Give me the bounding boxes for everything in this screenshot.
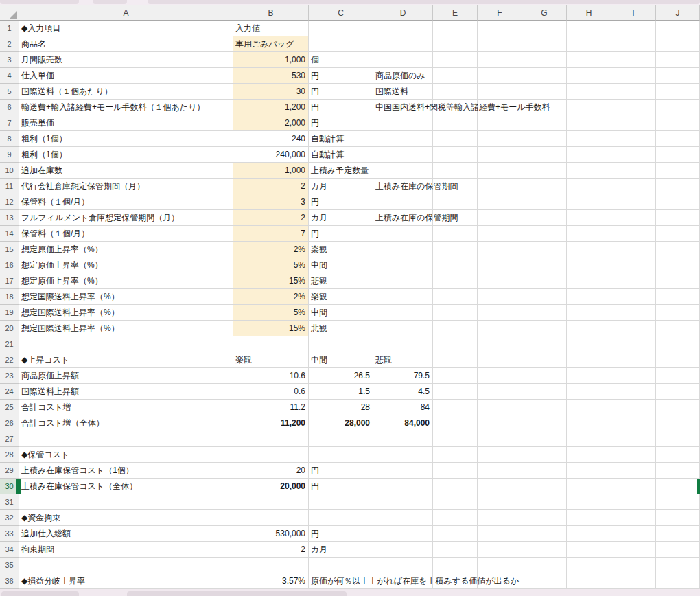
cell-D9[interactable]: [373, 147, 433, 163]
cell-F17[interactable]: [478, 273, 522, 289]
cell-G9[interactable]: [522, 147, 567, 163]
cell-A22[interactable]: ◆上昇コスト: [19, 352, 233, 368]
cell-I33[interactable]: [611, 526, 656, 542]
cell-H10[interactable]: [567, 163, 611, 179]
row-header-17[interactable]: 17: [0, 273, 19, 289]
cell-G28[interactable]: [522, 447, 567, 463]
cell-G10[interactable]: [522, 163, 567, 179]
cell-F30[interactable]: [478, 479, 522, 494]
row-header-32[interactable]: 32: [0, 510, 19, 526]
row-header-21[interactable]: 21: [0, 336, 19, 352]
cell-E17[interactable]: [433, 273, 478, 289]
cell-C16[interactable]: 中間: [309, 257, 373, 273]
cell-B24[interactable]: 0.6: [233, 384, 309, 400]
row-header-34[interactable]: 34: [0, 542, 19, 558]
cell-F33[interactable]: [478, 526, 522, 542]
cell-F4[interactable]: [478, 68, 522, 84]
row-header-36[interactable]: 36: [0, 573, 19, 589]
cell-C7[interactable]: 円: [309, 115, 373, 131]
cell-B5[interactable]: 30: [233, 84, 309, 100]
col-header-H[interactable]: H: [567, 5, 611, 21]
cell-I14[interactable]: [611, 226, 656, 242]
cell-E2[interactable]: [433, 36, 478, 52]
row-header-4[interactable]: 4: [0, 68, 19, 84]
cell-B10[interactable]: 1,000: [233, 163, 309, 179]
cell-J31[interactable]: [656, 494, 700, 510]
cell-C25[interactable]: 28: [309, 400, 373, 415]
row-header-7[interactable]: 7: [0, 115, 19, 131]
cell-I34[interactable]: [611, 542, 656, 558]
cell-D35[interactable]: [373, 558, 433, 573]
cell-D5[interactable]: 国際送料: [373, 84, 433, 100]
cell-H24[interactable]: [567, 384, 611, 400]
cell-J23[interactable]: [656, 368, 700, 384]
col-header-A[interactable]: A: [19, 5, 233, 21]
cell-F31[interactable]: [478, 494, 522, 510]
cell-I27[interactable]: [611, 431, 656, 447]
cell-H11[interactable]: [567, 179, 611, 194]
cell-E29[interactable]: [433, 463, 478, 479]
cell-J4[interactable]: [656, 68, 700, 84]
cell-D30[interactable]: [373, 479, 433, 494]
row-header-5[interactable]: 5: [0, 84, 19, 100]
cell-A21[interactable]: [19, 336, 233, 352]
row-header-27[interactable]: 27: [0, 431, 19, 447]
cell-E25[interactable]: [433, 400, 478, 415]
cell-B21[interactable]: [233, 336, 309, 352]
cell-I17[interactable]: [611, 273, 656, 289]
row-header-22[interactable]: 22: [0, 352, 19, 368]
cell-H1[interactable]: [567, 21, 611, 36]
cell-G27[interactable]: [522, 431, 567, 447]
cell-J24[interactable]: [656, 384, 700, 400]
cell-A13[interactable]: フルフィルメント倉庫想定保管期間（月）: [19, 210, 233, 226]
cell-H31[interactable]: [567, 494, 611, 510]
cell-D4[interactable]: 商品原価のみ: [373, 68, 433, 84]
cell-H30[interactable]: [567, 479, 611, 494]
cell-I32[interactable]: [611, 510, 656, 526]
cell-H27[interactable]: [567, 431, 611, 447]
col-header-D[interactable]: D: [373, 5, 433, 21]
cell-G22[interactable]: [522, 352, 567, 368]
cell-G33[interactable]: [522, 526, 567, 542]
cell-F8[interactable]: [478, 131, 522, 147]
cell-I25[interactable]: [611, 400, 656, 415]
cell-C34[interactable]: カ月: [309, 542, 373, 558]
cell-C31[interactable]: [309, 494, 373, 510]
cell-E10[interactable]: [433, 163, 478, 179]
cell-H22[interactable]: [567, 352, 611, 368]
cell-D24[interactable]: 4.5: [373, 384, 433, 400]
cell-H33[interactable]: [567, 526, 611, 542]
cell-B32[interactable]: [233, 510, 309, 526]
cell-A35[interactable]: [19, 558, 233, 573]
cell-C30[interactable]: 円: [309, 479, 373, 494]
cell-E32[interactable]: [433, 510, 478, 526]
cell-B30[interactable]: 20,000: [233, 479, 309, 494]
cell-E16[interactable]: [433, 257, 478, 273]
cell-B29[interactable]: 20: [233, 463, 309, 479]
cell-E27[interactable]: [433, 431, 478, 447]
cell-F14[interactable]: [478, 226, 522, 242]
cell-D33[interactable]: [373, 526, 433, 542]
cell-H21[interactable]: [567, 336, 611, 352]
cell-F20[interactable]: [478, 321, 522, 336]
cell-G18[interactable]: [522, 289, 567, 305]
cell-A12[interactable]: 保管料（１個/月）: [19, 194, 233, 210]
cell-F29[interactable]: [478, 463, 522, 479]
cell-F25[interactable]: [478, 400, 522, 415]
cell-H26[interactable]: [567, 415, 611, 431]
cell-E3[interactable]: [433, 52, 478, 68]
cell-I23[interactable]: [611, 368, 656, 384]
cell-A31[interactable]: [19, 494, 233, 510]
cell-E19[interactable]: [433, 305, 478, 321]
cell-G24[interactable]: [522, 384, 567, 400]
cell-C32[interactable]: [309, 510, 373, 526]
cell-A33[interactable]: 追加仕入総額: [19, 526, 233, 542]
cell-A20[interactable]: 想定国際送料上昇率（%）: [19, 321, 233, 336]
row-header-3[interactable]: 3: [0, 52, 19, 68]
cell-D12[interactable]: [373, 194, 433, 210]
cell-A24[interactable]: 国際送料上昇額: [19, 384, 233, 400]
cell-F16[interactable]: [478, 257, 522, 273]
cell-F2[interactable]: [478, 36, 522, 52]
cell-B18[interactable]: 2%: [233, 289, 309, 305]
cell-I20[interactable]: [611, 321, 656, 336]
